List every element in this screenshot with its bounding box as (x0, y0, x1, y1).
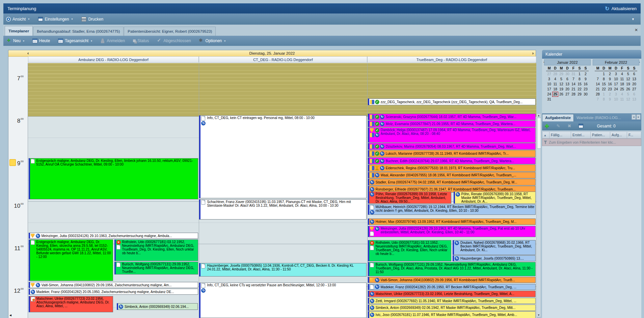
day-cell[interactable]: 7 (595, 97, 601, 102)
day-cell[interactable]: 8 (601, 77, 607, 82)
day-cell[interactable]: 9 (607, 77, 613, 82)
appointment[interactable]: ↻Matschiner, Ulrike (0002677723) 23.02.1… (368, 291, 536, 297)
appointment[interactable]: Schachtner, Franz-Xaver (0002415195) 11.… (199, 199, 367, 220)
day-cell[interactable] (552, 97, 558, 102)
day-cell[interactable] (576, 97, 583, 102)
day-cell[interactable]: 15 (576, 82, 583, 87)
scroll-up-icon[interactable]: ▲ (537, 114, 541, 117)
tab-timeplaner[interactable]: Timeplaner (5, 26, 33, 36)
day-cell[interactable]: 12 (558, 82, 564, 87)
delete-task-icon[interactable]: ✖ (567, 123, 571, 128)
day-cell[interactable]: 10 (613, 97, 619, 102)
task-column-header[interactable]: Patien... (591, 132, 610, 139)
day-cell[interactable] (558, 97, 564, 102)
optionen-button[interactable]: Optionen▾ (199, 38, 226, 43)
day-cell[interactable]: 29 (558, 71, 564, 77)
day-cell[interactable]: 31 (546, 97, 552, 102)
appointment[interactable]: ↻Holmer, Max (0002079746) 13.09.1952, RT… (368, 219, 536, 225)
day-cell[interactable]: 10 (613, 77, 619, 82)
appointment[interactable]: ↻Hauzenberger, Josefa (0000750865) 13...… (453, 255, 536, 261)
appointment[interactable]: Hauzenberger, Josefa (0000750865) 13.04.… (199, 263, 367, 277)
tab-scroll-right-icon[interactable]: ▸ (636, 114, 641, 120)
day-cell[interactable]: 11 (619, 77, 625, 82)
day-cell[interactable]: 5 (625, 71, 631, 77)
prev-day-arrow-icon[interactable]: ‹ (27, 50, 29, 56)
day-cell[interactable]: 17 (613, 82, 619, 87)
tagesansicht-button[interactable]: Tagesansicht▾ (58, 38, 92, 43)
day-cell[interactable]: 2 (607, 71, 613, 77)
menu-item-drucken[interactable]: Drucken (81, 17, 103, 22)
appointment[interactable]: ↻Stadler, Erna (0002674775) 04.02.1958, … (368, 179, 536, 185)
day-cell[interactable]: 8 (576, 77, 583, 82)
day-cell[interactable]: 25 (619, 87, 625, 92)
add-task-icon[interactable]: ✚ (545, 123, 549, 129)
day-cell[interactable] (570, 97, 576, 102)
appointment[interactable]: ↻Simbeck, Anton (0002669349) 02.06.1942,… (368, 305, 536, 311)
day-cell[interactable]: 11 (552, 82, 558, 87)
scroll-down-icon[interactable]: ▼ (537, 314, 541, 317)
day-cell[interactable]: 20 (564, 87, 570, 92)
day-cell[interactable]: 28 (595, 92, 601, 97)
day-cell[interactable]: 2 (583, 71, 589, 77)
day-cell[interactable]: 9 (607, 97, 613, 102)
appointment[interactable]: ✓zzz_DEG_Tagescheck, zzz_DEG_Tagescheck … (368, 98, 536, 105)
task-settings-icon[interactable] (579, 124, 583, 128)
appointment[interactable]: ↻Simbeck, Anton (0002669349) 02.06.194..… (117, 303, 198, 310)
appointment[interactable]: Burisch, Wolfgang (0002677131) 29.09.195… (368, 262, 536, 276)
day-cell[interactable]: 29 (576, 92, 583, 97)
day-cell[interactable]: 4 (552, 77, 558, 82)
tab-behandlungsablauf[interactable]: Behandlungsablauf: Stadler, Erna (000267… (33, 27, 124, 36)
appointment[interactable]: ↻Pöhn, Renate (0002676399) 09.10.1958, L… (368, 192, 452, 204)
menu-item-einstellungen[interactable]: Einstellungen▾ (38, 17, 73, 22)
tab-aufgabenliste[interactable]: Aufgabenliste (542, 114, 574, 121)
next-day-arrow-icon[interactable]: › (532, 50, 534, 56)
day-cell[interactable]: 26 (558, 92, 564, 97)
day-cell[interactable] (564, 97, 570, 102)
day-cell[interactable]: 12 (625, 77, 631, 82)
menu-overflow-icon[interactable]: ▼ (632, 18, 635, 21)
vertical-scrollbar[interactable]: ▲ ▼ (536, 113, 541, 317)
day-cell[interactable]: 27 (546, 71, 552, 77)
task-filter-row[interactable]: Zum Eingeben von Filterkriterien hier kl… (542, 139, 641, 146)
day-cell[interactable]: 6 (564, 77, 570, 82)
day-cell[interactable]: 12 (625, 97, 631, 102)
tab-scroll-left-icon[interactable]: ◂ (632, 114, 636, 120)
scroll-left-icon[interactable]: ◄ (9, 313, 12, 317)
day-cell[interactable]: 19 (558, 87, 564, 92)
day-cell[interactable]: 18 (619, 82, 625, 87)
day-cell[interactable]: 19 (625, 82, 631, 87)
day-cell[interactable] (583, 97, 589, 102)
day-cell[interactable]: 16 (607, 82, 613, 87)
day-cell[interactable]: 18 (552, 87, 558, 92)
heute-button[interactable]: Heute (32, 38, 50, 43)
appointment[interactable]: ↻Meinzinger, Jutta (0002324126) 29.10.19… (368, 226, 536, 237)
appointment[interactable]: Burisch, Wolfgang (0002677131) 29.09.195… (114, 262, 198, 274)
day-cell[interactable]: 10 (546, 82, 552, 87)
day-cell[interactable]: 27 (564, 92, 570, 97)
appointment[interactable]: Matschiner, Ulrike (0002677723) 23.02.19… (29, 296, 113, 312)
day-cell[interactable]: 4 (619, 92, 625, 97)
day-cell[interactable]: 24 (613, 87, 619, 92)
day-cell[interactable]: 13 (631, 97, 637, 102)
day-cell[interactable]: 3 (546, 77, 552, 82)
appointment[interactable]: ✓↻Luksch, Marianne (0002677728) 26.11.19… (368, 150, 536, 157)
task-column-header[interactable]: Fällig... (549, 132, 571, 139)
day-cell[interactable]: 25 (552, 92, 558, 97)
appointment[interactable]: Erstgespräch maligne, Ambulanz DEG, Dr. … (29, 239, 113, 281)
day-cell[interactable]: 8 (601, 97, 607, 102)
day-cell[interactable]: 1 (601, 71, 607, 77)
appointment[interactable]: ↻Vaitl-Simon, Johanna (0041100802) 29.09… (29, 282, 198, 288)
appointment[interactable]: ✓↻Buchner, Edith (0002419764) 29.07.1966… (368, 157, 536, 164)
day-cell[interactable]: 3 (613, 92, 619, 97)
day-cell[interactable]: 11 (619, 97, 625, 102)
appointment[interactable]: ↻Zettl, Irmgard (0002677692) 11.05.1940,… (368, 298, 536, 304)
appointment[interactable]: ↻Madeker, Franz (0002041282) 20.05.1950,… (368, 284, 536, 290)
day-cell[interactable]: 28 (570, 92, 576, 97)
day-cell[interactable]: 27 (631, 87, 637, 92)
refresh-button[interactable]: ↻ Aktualisieren (605, 5, 637, 12)
day-cell[interactable]: 20 (631, 82, 637, 87)
day-cell[interactable]: 30 (583, 92, 589, 97)
appointment[interactable]: ✕Rothstein, Udo (0002677181) 03.12.1952,… (368, 240, 452, 261)
day-cell[interactable]: 14 (595, 82, 601, 87)
day-cell[interactable]: 1 (576, 71, 583, 77)
